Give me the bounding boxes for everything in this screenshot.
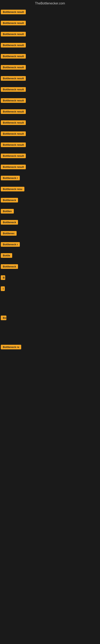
list-item: Bottleneck result	[0, 107, 100, 118]
bottleneck-badge[interactable]: Bottleneck	[1, 264, 18, 269]
list-item	[0, 324, 100, 331]
bottleneck-badge[interactable]: Bottlenec	[1, 231, 17, 236]
bottleneck-badge[interactable]: Bottleneck r	[1, 176, 20, 180]
bottleneck-badge[interactable]: Bottleneck result	[1, 10, 26, 14]
list-item	[0, 296, 100, 302]
bottleneck-badge[interactable]: Bottleneck re	[1, 345, 21, 349]
list-item: Bottleneck result	[0, 41, 100, 52]
list-item: Bottleneck resu	[0, 185, 100, 196]
bottleneck-badge[interactable]: I	[1, 286, 5, 291]
list-item: Bottleneck result	[0, 63, 100, 74]
list-item: Bottleneck result	[0, 52, 100, 63]
list-item: Bo	[0, 314, 100, 324]
items-list: Bottleneck resultBottleneck resultBottle…	[0, 8, 100, 372]
list-item: Bottleneck result	[0, 96, 100, 107]
bottleneck-badge[interactable]: Bottleneck result	[1, 132, 26, 136]
list-item: Bottleneck r	[0, 174, 100, 185]
bottleneck-badge[interactable]: Bottleneck	[1, 198, 18, 202]
list-item: Bottleneck result	[0, 118, 100, 130]
list-item	[0, 302, 100, 308]
list-item: Bottleneck	[0, 196, 100, 207]
list-item	[0, 360, 100, 366]
bottleneck-badge[interactable]: Bottleneck result	[1, 21, 26, 25]
list-item: B	[0, 273, 100, 284]
list-item: I	[0, 284, 100, 296]
bottleneck-badge[interactable]: Bottleneck result	[1, 65, 26, 70]
bottleneck-badge[interactable]: Bo	[1, 316, 6, 320]
bottleneck-badge[interactable]: Bottleneck result	[1, 76, 26, 81]
list-item: Bottleneck result	[0, 152, 100, 162]
bottleneck-badge[interactable]: Bottleneck result	[1, 32, 26, 36]
bottleneck-badge[interactable]: Bottleneck r	[1, 242, 20, 247]
list-item	[0, 331, 100, 337]
list-item: Bottleneck re	[0, 343, 100, 354]
list-item: Bottleneck result	[0, 74, 100, 85]
bottleneck-badge[interactable]: B	[1, 275, 5, 280]
list-item: Bottleneck result	[0, 8, 100, 19]
list-item: Bottleneck result	[0, 85, 100, 96]
list-item: Bottleneck result	[0, 130, 100, 140]
bottleneck-badge[interactable]: Bottleneck resu	[1, 187, 24, 192]
list-item	[0, 308, 100, 314]
list-item	[0, 354, 100, 360]
bottleneck-badge[interactable]: Bottleneck result	[1, 54, 26, 58]
bottleneck-badge[interactable]: Bottleneck result	[1, 154, 26, 158]
list-item: Bottle	[0, 251, 100, 262]
list-item: Bottleneck result	[0, 19, 100, 30]
bottleneck-badge[interactable]: Bottlen	[1, 209, 14, 214]
bottleneck-badge[interactable]: Bottleneck result	[1, 120, 26, 125]
bottleneck-badge[interactable]: Bottleneck result	[1, 87, 26, 92]
list-item: Bottleneck	[0, 262, 100, 273]
list-item: Bottleneck result	[0, 140, 100, 152]
site-title: TheBottlenecker.com	[0, 0, 100, 8]
bottleneck-badge[interactable]: Bottleneck result	[1, 43, 26, 48]
page-container: TheBottlenecker.com Bottleneck resultBot…	[0, 0, 100, 372]
list-item: Bottlen	[0, 207, 100, 218]
bottleneck-badge[interactable]: Bottleneck result	[1, 142, 26, 147]
list-item: Bottleneck result	[0, 162, 100, 174]
bottleneck-badge[interactable]: Bottleneck result	[1, 98, 26, 103]
list-item: Bottleneck	[0, 218, 100, 229]
bottleneck-badge[interactable]: Bottleneck result	[1, 109, 26, 114]
list-item	[0, 337, 100, 343]
bottleneck-badge[interactable]: Bottleneck	[1, 220, 18, 224]
list-item	[0, 366, 100, 372]
bottleneck-badge[interactable]: Bottle	[1, 253, 12, 258]
list-item: Bottleneck r	[0, 240, 100, 251]
list-item: Bottleneck result	[0, 30, 100, 41]
list-item: Bottlenec	[0, 229, 100, 240]
bottleneck-badge[interactable]: Bottleneck result	[1, 164, 26, 169]
